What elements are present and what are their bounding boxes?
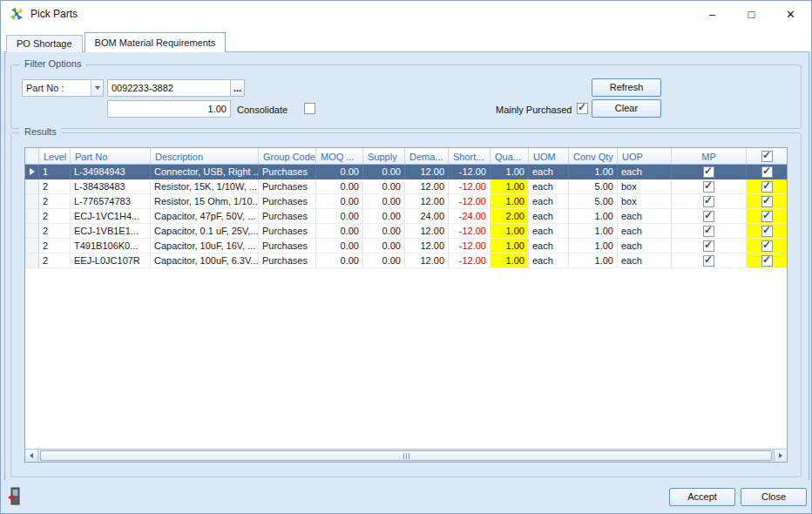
cell-moq[interactable]: 0.00	[316, 165, 363, 179]
cell-uop[interactable]: each	[618, 165, 672, 179]
cell-supply[interactable]: 0.00	[363, 254, 405, 268]
close-icon[interactable]: ✕	[771, 1, 810, 27]
cell-shortage[interactable]: -12.00	[449, 239, 491, 254]
cell-moq[interactable]: 0.00	[316, 209, 363, 224]
cell-uom[interactable]: each	[529, 224, 569, 239]
cell-demand[interactable]: 24.00	[405, 209, 449, 224]
tab-bom-material-requirements[interactable]: BOM Material Requirements	[85, 32, 227, 52]
cell-level[interactable]: 2	[39, 194, 71, 209]
cell-part-no[interactable]: ECJ-1VC1H4...	[71, 209, 151, 224]
cell-mp[interactable]	[672, 209, 747, 224]
row-select-checkbox[interactable]	[761, 240, 773, 252]
cell-quantity[interactable]: 1.00	[491, 254, 529, 268]
cell-shortage[interactable]: -12.00	[449, 254, 491, 268]
column-header-conv-qty[interactable]: Conv Qty	[569, 148, 618, 165]
cell-quantity[interactable]: 1.00	[491, 165, 529, 179]
mainly-purchased-checkbox[interactable]	[577, 103, 588, 114]
cell-group-code[interactable]: Purchases	[259, 179, 316, 194]
cell-supply[interactable]: 0.00	[363, 209, 405, 224]
row-select-checkbox[interactable]	[761, 255, 773, 267]
column-header-group-code[interactable]: Group Code	[259, 148, 316, 165]
cell-demand[interactable]: 12.00	[405, 224, 449, 239]
row-select-checkbox[interactable]	[761, 226, 773, 237]
mp-checkbox[interactable]	[703, 240, 714, 252]
cell-description[interactable]: Resistor, 15K, 1/10W, ...	[151, 179, 259, 194]
cell-uom[interactable]: each	[529, 239, 569, 254]
table-row[interactable]: 2 L-776574783 Resistor, 15 Ohm, 1/10... …	[25, 194, 788, 209]
cell-quantity[interactable]: 2.00	[491, 209, 529, 224]
browse-button[interactable]: ...	[230, 79, 245, 97]
cell-description[interactable]: Capacitor, 0.1 uF, 25V,...	[151, 224, 259, 239]
cell-supply[interactable]: 0.00	[363, 224, 405, 239]
column-header-uom[interactable]: UOM	[529, 148, 569, 165]
cell-conv-qty[interactable]: 5.00	[569, 194, 618, 209]
cell-group-code[interactable]: Purchases	[259, 239, 316, 254]
field-selector-combo[interactable]: Part No :	[22, 79, 104, 97]
mp-checkbox[interactable]	[703, 166, 714, 178]
cell-demand[interactable]: 12.00	[405, 239, 449, 254]
cell-quantity[interactable]: 1.00	[491, 179, 529, 194]
cell-level[interactable]: 1	[39, 165, 71, 179]
chevron-down-icon[interactable]	[91, 80, 103, 96]
cell-uop[interactable]: each	[618, 254, 672, 268]
column-header-moq[interactable]: MOQ ...	[316, 148, 363, 165]
part-no-input[interactable]	[107, 79, 231, 97]
cell-moq[interactable]: 0.00	[316, 179, 363, 194]
cell-select[interactable]	[747, 224, 788, 239]
cell-group-code[interactable]: Purchases	[259, 209, 316, 224]
select-all-checkbox[interactable]	[761, 151, 773, 162]
cell-demand[interactable]: 12.00	[405, 165, 449, 179]
column-header-part-no[interactable]: Part No	[71, 148, 151, 165]
cell-shortage[interactable]: -12.00	[449, 179, 491, 194]
cell-shortage[interactable]: -12.00	[449, 165, 491, 179]
cell-quantity[interactable]: 1.00	[491, 224, 529, 239]
cell-conv-qty[interactable]: 1.00	[569, 209, 618, 224]
cell-select[interactable]	[747, 209, 788, 224]
table-row[interactable]: 2 EEJ-L0JC107R Capacitor, 100uF, 6.3V...…	[25, 254, 788, 268]
cell-mp[interactable]	[672, 254, 747, 268]
cell-part-no[interactable]: T491B106K0...	[71, 239, 151, 254]
mp-checkbox[interactable]	[703, 226, 714, 237]
column-header-level[interactable]: Level	[39, 148, 71, 165]
clear-button[interactable]: Clear	[592, 99, 661, 118]
refresh-button[interactable]: Refresh	[592, 78, 661, 97]
column-header-mp[interactable]: MP	[672, 148, 747, 165]
cell-uop[interactable]: each	[618, 224, 672, 239]
cell-level[interactable]: 2	[39, 254, 71, 268]
cell-description[interactable]: Capacitor, 100uF, 6.3V...	[151, 254, 259, 268]
exit-icon[interactable]	[7, 487, 21, 506]
table-row[interactable]: 1 L-34984943 Connector, USB, Right ... P…	[25, 165, 788, 179]
cell-conv-qty[interactable]: 1.00	[569, 239, 618, 254]
cell-description[interactable]: Connector, USB, Right ...	[151, 165, 259, 179]
cell-shortage[interactable]: -24.00	[449, 209, 491, 224]
table-row[interactable]: 2 ECJ-1VB1E1... Capacitor, 0.1 uF, 25V,.…	[25, 224, 788, 239]
cell-group-code[interactable]: Purchases	[259, 194, 316, 209]
cell-uop[interactable]: box	[618, 194, 672, 209]
cell-description[interactable]: Capacitor, 10uF, 16V, ...	[151, 239, 259, 254]
cell-shortage[interactable]: -12.00	[449, 194, 491, 209]
cell-group-code[interactable]: Purchases	[259, 224, 316, 239]
column-header-description[interactable]: Description	[151, 148, 259, 165]
cell-select[interactable]	[747, 254, 788, 268]
mp-checkbox[interactable]	[703, 181, 714, 193]
cell-supply[interactable]: 0.00	[363, 165, 405, 179]
cell-mp[interactable]	[672, 224, 747, 239]
column-header-select[interactable]	[747, 148, 788, 165]
cell-mp[interactable]	[672, 179, 747, 194]
cell-select[interactable]	[747, 194, 788, 209]
maximize-icon[interactable]: □	[732, 1, 771, 27]
cell-uom[interactable]: each	[529, 194, 569, 209]
cell-demand[interactable]: 12.00	[405, 179, 449, 194]
cell-conv-qty[interactable]: 1.00	[569, 224, 618, 239]
column-header-quantity[interactable]: Qua...	[491, 148, 529, 165]
scroll-right-arrow-icon[interactable]	[774, 450, 787, 462]
cell-uom[interactable]: each	[529, 254, 569, 268]
cell-group-code[interactable]: Purchases	[259, 165, 316, 179]
cell-uop[interactable]: each	[618, 239, 672, 254]
minimize-icon[interactable]: –	[693, 1, 732, 27]
cell-part-no[interactable]: L-38438483	[71, 179, 151, 194]
cell-moq[interactable]: 0.00	[316, 194, 363, 209]
column-header-uop[interactable]: UOP	[618, 148, 672, 165]
hscroll-thumb[interactable]	[40, 450, 772, 461]
row-select-checkbox[interactable]	[761, 211, 773, 222]
